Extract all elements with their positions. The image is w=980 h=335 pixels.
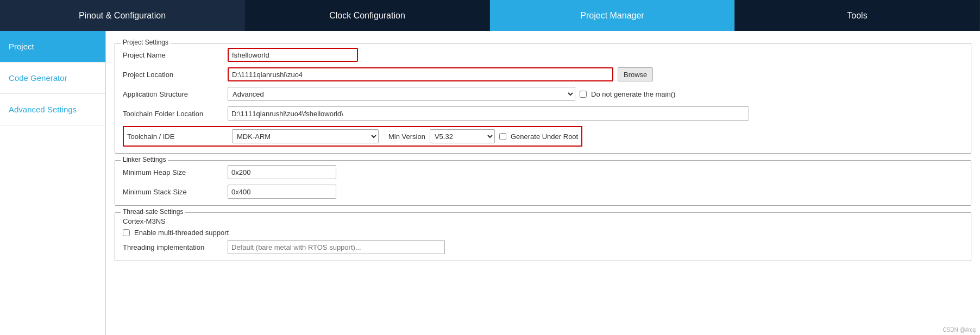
linker-settings-section: Linker Settings Minimum Heap Size Minimu… [115,160,971,206]
threading-impl-input[interactable] [228,240,445,254]
generate-under-root-label: Generate Under Root [499,132,578,141]
sidebar-item-code-generator[interactable]: Code Generator [0,62,105,94]
linker-settings-legend: Linker Settings [121,156,168,163]
sidebar-item-advanced-settings[interactable]: Advanced Settings [0,94,105,125]
project-name-label: Project Name [123,51,223,59]
do-not-generate-label: Do not generate the main() [580,90,675,98]
toolchain-folder-row: Toolchain Folder Location [123,106,963,121]
threading-row: Threading implementation [123,240,963,254]
project-name-row: Project Name [123,48,963,62]
project-location-input[interactable] [228,67,613,81]
top-navigation: Pinout & Configuration Clock Configurati… [0,0,980,31]
cortex-label: Cortex-M3NS [123,217,963,225]
app-structure-label: Application Structure [123,90,223,98]
toolchain-ide-row: Toolchain / IDE MDK-ARM GCC IAR Min Vers… [123,126,582,147]
sidebar: Project Code Generator Advanced Settings [0,31,106,335]
do-not-generate-checkbox[interactable] [580,91,587,98]
sidebar-item-project[interactable]: Project [0,31,105,62]
app-structure-row: Application Structure Advanced Basic Do … [123,87,963,101]
generate-under-root-checkbox[interactable] [499,133,506,140]
content-area: Project Settings Project Name Project Lo… [106,31,980,335]
thread-safe-legend: Thread-safe Settings [121,208,185,216]
heap-size-label: Minimum Heap Size [123,168,223,176]
stack-size-row: Minimum Stack Size [123,185,963,199]
thread-safe-section: Thread-safe Settings Cortex-M3NS Enable … [115,212,971,261]
enable-multithread-checkbox[interactable] [123,229,130,236]
project-settings-section: Project Settings Project Name Project Lo… [115,43,971,154]
threading-impl-label: Threading implementation [123,243,223,251]
tab-clock[interactable]: Clock Configuration [245,0,490,31]
min-version-label: Min Version [388,132,425,141]
heap-size-row: Minimum Heap Size [123,165,963,179]
project-location-row: Project Location Browse [123,67,963,81]
toolchain-folder-input[interactable] [228,106,749,121]
main-layout: Project Code Generator Advanced Settings… [0,31,980,335]
project-location-label: Project Location [123,71,223,79]
toolchain-ide-select[interactable]: MDK-ARM GCC IAR [232,129,379,143]
project-name-input[interactable] [228,48,358,62]
min-version-select[interactable]: V5.32 V5.30 V5.28 [430,129,495,143]
heap-size-input[interactable] [228,165,336,179]
watermark: CSDN @#rcq [943,327,976,333]
toolchain-ide-label: Toolchain / IDE [127,132,228,141]
browse-button[interactable]: Browse [618,67,653,81]
tab-tools[interactable]: Tools [735,0,980,31]
tab-project-manager[interactable]: Project Manager [490,0,735,31]
tab-pinout[interactable]: Pinout & Configuration [0,0,245,31]
project-settings-legend: Project Settings [121,39,171,46]
app-structure-select[interactable]: Advanced Basic [228,87,575,101]
enable-multithread-label: Enable multi-threaded support [123,229,963,237]
stack-size-input[interactable] [228,185,336,199]
toolchain-folder-label: Toolchain Folder Location [123,110,223,118]
stack-size-label: Minimum Stack Size [123,188,223,196]
